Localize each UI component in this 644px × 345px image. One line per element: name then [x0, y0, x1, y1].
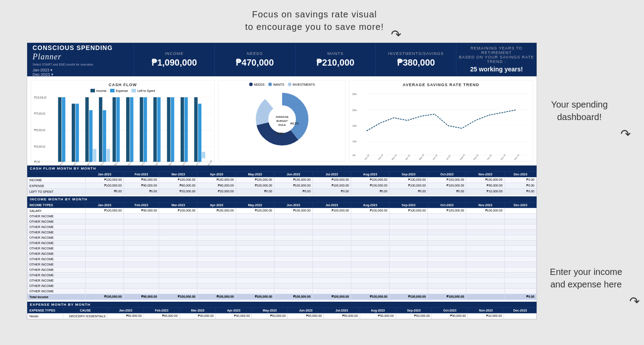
cashflow-income-oct[interactable]: ₱100,000.00 [428, 177, 466, 183]
income-total-cell-2[interactable]: ₱100,000.00 [159, 294, 197, 300]
income-cell-0-0[interactable]: ₱100,000.00 [86, 208, 124, 214]
income-total-cell-9[interactable]: ₱100,000.00 [428, 294, 466, 300]
income-cell-11-8[interactable] [390, 267, 428, 273]
income-cell-15-4[interactable] [236, 289, 274, 294]
income-cell-0-6[interactable]: ₱100,000.00 [312, 208, 351, 214]
income-cell-13-10[interactable] [466, 278, 505, 283]
income-cell-15-9[interactable] [428, 289, 466, 294]
income-cell-1-2[interactable] [159, 214, 197, 219]
income-cell-10-0[interactable] [86, 262, 124, 267]
income-cell-11-10[interactable] [466, 267, 505, 273]
income-total-cell-10[interactable] [466, 294, 505, 300]
income-total-cell-7[interactable]: ₱100,000.00 [351, 294, 390, 300]
income-cell-0-8[interactable]: ₱100,000.00 [390, 208, 428, 214]
income-cell-8-8[interactable] [390, 251, 428, 257]
income-cell-10-5[interactable] [274, 262, 312, 267]
income-cell-7-11[interactable] [505, 246, 536, 251]
income-cell-4-3[interactable] [197, 230, 236, 235]
income-cell-11-11[interactable] [505, 267, 536, 273]
income-cell-15-7[interactable] [351, 289, 390, 294]
income-cell-7-5[interactable] [274, 246, 312, 251]
income-cell-2-1[interactable] [124, 219, 159, 224]
income-cell-15-10[interactable] [466, 289, 505, 294]
income-cell-7-8[interactable] [390, 246, 428, 251]
income-cell-15-1[interactable] [124, 289, 159, 294]
income-cell-11-3[interactable] [197, 267, 236, 273]
income-cell-4-0[interactable] [86, 230, 124, 235]
income-cell-10-7[interactable] [351, 262, 390, 267]
cashflow-income-feb[interactable]: ₱90,000.00 [124, 177, 159, 183]
income-cell-14-0[interactable] [86, 283, 124, 289]
income-cell-3-10[interactable] [466, 224, 505, 230]
income-cell-2-8[interactable] [390, 219, 428, 224]
income-cell-11-4[interactable] [236, 267, 274, 273]
income-cell-6-6[interactable] [312, 241, 351, 246]
income-cell-1-3[interactable] [197, 214, 236, 219]
income-cell-14-7[interactable] [351, 283, 390, 289]
income-cell-1-0[interactable] [86, 214, 124, 219]
income-cell-12-11[interactable] [505, 273, 536, 278]
income-cell-6-11[interactable] [505, 241, 536, 246]
income-total-cell-6[interactable]: ₱100,000.00 [312, 294, 351, 300]
income-cell-7-7[interactable] [351, 246, 390, 251]
cashflow-left-apr[interactable]: ₱20,000.00 [197, 189, 236, 195]
date-start[interactable]: Jan-2023 [33, 68, 49, 72]
cashflow-left-may[interactable]: ₱0.00 [236, 189, 274, 195]
income-cell-12-2[interactable] [159, 273, 197, 278]
cashflow-left-mar[interactable]: ₱20,000.00 [159, 189, 197, 195]
income-cell-4-9[interactable] [428, 230, 466, 235]
expense-cell-0-9[interactable]: ₱50,000.00 [432, 313, 468, 319]
income-cell-7-1[interactable] [124, 246, 159, 251]
expense-type-0[interactable]: Needs [28, 313, 63, 319]
income-cell-3-8[interactable] [390, 224, 428, 230]
income-cell-9-0[interactable] [86, 257, 124, 262]
income-cell-10-9[interactable] [428, 262, 466, 267]
income-cell-7-9[interactable] [428, 246, 466, 251]
cashflow-left-dec[interactable]: ₱0.00 [505, 189, 536, 195]
income-cell-12-6[interactable] [312, 273, 351, 278]
income-cell-8-6[interactable] [312, 251, 351, 257]
income-cell-9-2[interactable] [159, 257, 197, 262]
income-cell-1-7[interactable] [351, 214, 390, 219]
income-cell-0-11[interactable] [505, 208, 536, 214]
income-cell-1-5[interactable] [274, 214, 312, 219]
cashflow-income-may[interactable]: ₱100,000.00 [236, 177, 274, 183]
income-cell-5-5[interactable] [274, 235, 312, 241]
cashflow-expense-dec[interactable]: ₱0.00 [505, 183, 536, 189]
cashflow-expense-jan[interactable]: ₱100,000.00 [86, 183, 124, 189]
income-cell-12-5[interactable] [274, 273, 312, 278]
cashflow-left-jun[interactable]: ₱0.00 [274, 189, 312, 195]
income-cell-14-3[interactable] [197, 283, 236, 289]
cashflow-income-nov[interactable]: ₱100,000.00 [466, 177, 505, 183]
income-cell-12-4[interactable] [236, 273, 274, 278]
cashflow-left-jan[interactable]: ₱0.00 [86, 189, 124, 195]
income-cell-14-11[interactable] [505, 283, 536, 289]
cashflow-left-jul[interactable]: ₱0.00 [312, 189, 351, 195]
cashflow-income-dec[interactable]: ₱0.00 [505, 177, 536, 183]
income-cell-1-4[interactable] [236, 214, 274, 219]
income-cell-8-3[interactable] [197, 251, 236, 257]
income-cell-10-4[interactable] [236, 262, 274, 267]
income-total-cell-11[interactable]: ₱0.00 [505, 294, 536, 300]
income-cell-8-2[interactable] [159, 251, 197, 257]
income-cell-10-2[interactable] [159, 262, 197, 267]
income-cell-10-6[interactable] [312, 262, 351, 267]
income-cell-9-9[interactable] [428, 257, 466, 262]
income-cell-3-4[interactable] [236, 224, 274, 230]
income-cell-2-2[interactable] [159, 219, 197, 224]
cashflow-expense-aug[interactable]: ₱100,000.00 [351, 183, 390, 189]
income-cell-5-1[interactable] [124, 235, 159, 241]
income-cell-3-9[interactable] [428, 224, 466, 230]
income-cell-5-8[interactable] [390, 235, 428, 241]
income-cell-1-11[interactable] [505, 214, 536, 219]
income-cell-5-2[interactable] [159, 235, 197, 241]
income-cell-3-7[interactable] [351, 224, 390, 230]
income-cell-12-9[interactable] [428, 273, 466, 278]
cashflow-income-jan[interactable]: ₱100,000.00 [86, 177, 124, 183]
income-cell-15-3[interactable] [197, 289, 236, 294]
income-cell-4-1[interactable] [124, 230, 159, 235]
cashflow-expense-oct[interactable]: ₱100,000.00 [428, 183, 466, 189]
income-cell-8-4[interactable] [236, 251, 274, 257]
income-cell-7-10[interactable] [466, 246, 505, 251]
income-cell-13-1[interactable] [124, 278, 159, 283]
